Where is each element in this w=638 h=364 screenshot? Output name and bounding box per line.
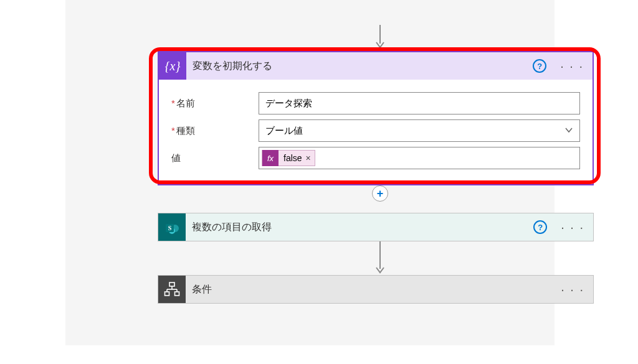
more-icon[interactable]: · · · <box>558 224 587 230</box>
remove-token-icon[interactable]: × <box>306 153 311 163</box>
fx-icon: fx <box>262 150 279 166</box>
card-header[interactable]: 条件 · · · <box>158 276 593 303</box>
sharepoint-icon: S <box>158 213 186 241</box>
svg-text:S: S <box>168 225 172 231</box>
field-label-value: 値 <box>171 152 259 164</box>
help-icon[interactable]: ? <box>533 59 546 73</box>
more-icon[interactable]: · · · <box>558 63 586 69</box>
field-row-value: 値 fx false × <box>171 147 580 169</box>
action-card-get-items[interactable]: S 複数の項目の取得 ? · · · <box>158 213 594 241</box>
field-row-name: *名前 データ探索 <box>171 92 580 114</box>
card-title: 変数を初期化する <box>193 60 526 73</box>
name-input[interactable]: データ探索 <box>259 92 580 114</box>
field-row-type: *種類 ブール値 <box>171 119 580 142</box>
card-title: 複数の項目の取得 <box>192 221 527 234</box>
svg-rect-12 <box>165 292 169 296</box>
card-title: 条件 <box>192 283 552 296</box>
connector-arrow-in <box>375 25 385 52</box>
type-select[interactable]: ブール値 <box>259 119 580 142</box>
svg-rect-13 <box>175 292 179 296</box>
more-icon[interactable]: · · · <box>558 286 587 292</box>
flow-canvas: {x} 変数を初期化する ? · · · *名前 データ探索 *種類 ブール値 … <box>65 0 555 345</box>
field-label-type: *種類 <box>171 125 259 137</box>
card-header[interactable]: S 複数の項目の取得 ? · · · <box>158 213 593 241</box>
condition-icon <box>158 276 186 303</box>
action-card-initialize-variable[interactable]: {x} 変数を初期化する ? · · · *名前 データ探索 *種類 ブール値 … <box>158 51 594 185</box>
card-body: *名前 データ探索 *種類 ブール値 値 fx false <box>159 80 593 184</box>
help-icon[interactable]: ? <box>533 220 547 234</box>
value-input[interactable]: fx false × <box>259 147 580 169</box>
svg-rect-7 <box>169 282 174 286</box>
token-text: false <box>283 153 302 163</box>
control-card-condition[interactable]: 条件 · · · <box>158 275 594 304</box>
card-header[interactable]: {x} 変数を初期化する ? · · · <box>159 52 593 80</box>
chevron-down-icon <box>564 126 573 135</box>
expression-token[interactable]: fx false × <box>262 150 315 166</box>
variable-icon: {x} <box>159 52 186 80</box>
connector-arrow <box>375 241 385 275</box>
add-step-button[interactable]: + <box>372 185 388 202</box>
field-label-name: *名前 <box>171 98 259 110</box>
